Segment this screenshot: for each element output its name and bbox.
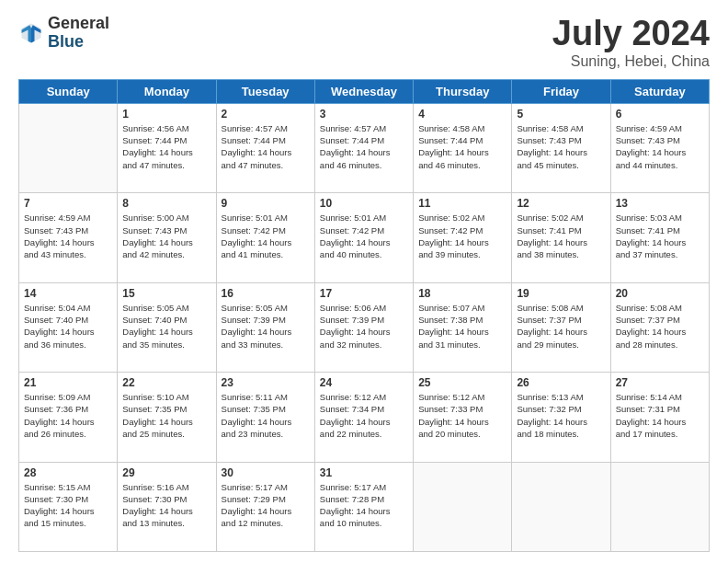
day-info: Sunrise: 5:00 AM Sunset: 7:43 PM Dayligh… [122,212,210,260]
day-info: Sunrise: 5:02 AM Sunset: 7:41 PM Dayligh… [517,212,605,260]
logo-icon [18,20,44,46]
logo-text: General Blue [48,15,109,52]
day-number: 11 [418,197,506,210]
week-row-3: 14Sunrise: 5:04 AM Sunset: 7:40 PM Dayli… [19,282,710,372]
day-number: 7 [24,197,112,210]
calendar-cell: 11Sunrise: 5:02 AM Sunset: 7:42 PM Dayli… [414,193,512,282]
header-tuesday: Tuesday [216,79,314,103]
day-number: 6 [616,108,704,121]
day-number: 3 [320,108,408,121]
header-saturday: Saturday [610,79,709,103]
header-thursday: Thursday [414,79,512,103]
day-number: 1 [122,108,210,121]
calendar-header-row: Sunday Monday Tuesday Wednesday Thursday… [19,79,710,103]
calendar-cell: 28Sunrise: 5:15 AM Sunset: 7:30 PM Dayli… [19,462,118,551]
calendar-cell: 15Sunrise: 5:05 AM Sunset: 7:40 PM Dayli… [118,282,216,372]
calendar-cell: 26Sunrise: 5:13 AM Sunset: 7:32 PM Dayli… [512,373,610,462]
calendar-cell [512,462,610,551]
calendar-cell: 19Sunrise: 5:08 AM Sunset: 7:37 PM Dayli… [512,282,610,372]
calendar-cell [19,103,118,192]
calendar-cell: 22Sunrise: 5:10 AM Sunset: 7:35 PM Dayli… [118,373,216,462]
logo: General Blue [18,15,109,52]
calendar-cell: 4Sunrise: 4:58 AM Sunset: 7:44 PM Daylig… [414,103,512,192]
calendar-cell: 31Sunrise: 5:17 AM Sunset: 7:28 PM Dayli… [314,462,413,551]
calendar-cell: 30Sunrise: 5:17 AM Sunset: 7:29 PM Dayli… [216,462,314,551]
calendar-cell: 25Sunrise: 5:12 AM Sunset: 7:33 PM Dayli… [414,373,512,462]
calendar-cell: 10Sunrise: 5:01 AM Sunset: 7:42 PM Dayli… [314,193,413,282]
header-friday: Friday [512,79,610,103]
day-number: 22 [122,376,210,389]
title-block: July 2024 Suning, Hebei, China [552,15,710,70]
day-number: 24 [320,376,408,389]
week-row-5: 28Sunrise: 5:15 AM Sunset: 7:30 PM Dayli… [19,462,710,551]
day-info: Sunrise: 5:15 AM Sunset: 7:30 PM Dayligh… [24,481,112,530]
day-info: Sunrise: 5:05 AM Sunset: 7:39 PM Dayligh… [222,302,310,350]
calendar-cell: 3Sunrise: 4:57 AM Sunset: 7:44 PM Daylig… [314,103,413,192]
day-number: 14 [24,287,112,300]
calendar-cell: 7Sunrise: 4:59 AM Sunset: 7:43 PM Daylig… [19,193,118,282]
day-number: 4 [418,108,506,121]
day-info: Sunrise: 5:04 AM Sunset: 7:40 PM Dayligh… [24,302,112,350]
day-info: Sunrise: 4:59 AM Sunset: 7:43 PM Dayligh… [616,122,704,171]
day-info: Sunrise: 5:03 AM Sunset: 7:41 PM Dayligh… [616,212,704,260]
day-number: 8 [122,197,210,210]
week-row-4: 21Sunrise: 5:09 AM Sunset: 7:36 PM Dayli… [19,373,710,462]
day-info: Sunrise: 5:02 AM Sunset: 7:42 PM Dayligh… [418,212,506,260]
day-number: 29 [122,466,210,479]
day-info: Sunrise: 5:08 AM Sunset: 7:37 PM Dayligh… [517,302,605,350]
calendar-cell: 14Sunrise: 5:04 AM Sunset: 7:40 PM Dayli… [19,282,118,372]
calendar-cell [610,462,709,551]
day-info: Sunrise: 5:17 AM Sunset: 7:28 PM Dayligh… [320,481,408,530]
page: General Blue July 2024 Suning, Hebei, Ch… [0,0,728,563]
day-number: 27 [616,376,704,389]
day-info: Sunrise: 5:14 AM Sunset: 7:31 PM Dayligh… [616,391,704,440]
logo-general: General [48,14,109,32]
header-sunday: Sunday [19,79,118,103]
day-info: Sunrise: 4:57 AM Sunset: 7:44 PM Dayligh… [320,122,408,171]
day-info: Sunrise: 5:06 AM Sunset: 7:39 PM Dayligh… [320,302,408,350]
calendar-cell: 6Sunrise: 4:59 AM Sunset: 7:43 PM Daylig… [610,103,709,192]
day-info: Sunrise: 5:08 AM Sunset: 7:37 PM Dayligh… [616,302,704,350]
day-info: Sunrise: 4:58 AM Sunset: 7:43 PM Dayligh… [517,122,605,171]
calendar-cell: 18Sunrise: 5:07 AM Sunset: 7:38 PM Dayli… [414,282,512,372]
day-number: 26 [517,376,605,389]
day-number: 16 [222,287,310,300]
day-number: 9 [222,197,310,210]
day-number: 5 [517,108,605,121]
calendar-cell: 2Sunrise: 4:57 AM Sunset: 7:44 PM Daylig… [216,103,314,192]
day-info: Sunrise: 5:09 AM Sunset: 7:36 PM Dayligh… [24,391,112,440]
day-info: Sunrise: 5:12 AM Sunset: 7:33 PM Dayligh… [418,391,506,440]
day-number: 20 [616,287,704,300]
week-row-1: 1Sunrise: 4:56 AM Sunset: 7:44 PM Daylig… [19,103,710,192]
day-info: Sunrise: 5:05 AM Sunset: 7:40 PM Dayligh… [122,302,210,350]
calendar-cell: 8Sunrise: 5:00 AM Sunset: 7:43 PM Daylig… [118,193,216,282]
calendar-cell: 21Sunrise: 5:09 AM Sunset: 7:36 PM Dayli… [19,373,118,462]
calendar-cell: 17Sunrise: 5:06 AM Sunset: 7:39 PM Dayli… [314,282,413,372]
day-number: 13 [616,197,704,210]
calendar-table: Sunday Monday Tuesday Wednesday Thursday… [18,79,710,552]
header-wednesday: Wednesday [314,79,413,103]
day-number: 17 [320,287,408,300]
day-number: 25 [418,376,506,389]
day-number: 19 [517,287,605,300]
day-number: 31 [320,466,408,479]
week-row-2: 7Sunrise: 4:59 AM Sunset: 7:43 PM Daylig… [19,193,710,282]
day-number: 21 [24,376,112,389]
day-info: Sunrise: 5:10 AM Sunset: 7:35 PM Dayligh… [122,391,210,440]
day-info: Sunrise: 5:13 AM Sunset: 7:32 PM Dayligh… [517,391,605,440]
day-info: Sunrise: 4:59 AM Sunset: 7:43 PM Dayligh… [24,212,112,260]
day-number: 12 [517,197,605,210]
calendar-cell: 9Sunrise: 5:01 AM Sunset: 7:42 PM Daylig… [216,193,314,282]
day-info: Sunrise: 4:57 AM Sunset: 7:44 PM Dayligh… [222,122,310,171]
day-number: 28 [24,466,112,479]
day-info: Sunrise: 4:56 AM Sunset: 7:44 PM Dayligh… [122,122,210,171]
day-info: Sunrise: 5:17 AM Sunset: 7:29 PM Dayligh… [222,481,310,530]
calendar-cell: 12Sunrise: 5:02 AM Sunset: 7:41 PM Dayli… [512,193,610,282]
calendar-cell: 20Sunrise: 5:08 AM Sunset: 7:37 PM Dayli… [610,282,709,372]
calendar-cell: 27Sunrise: 5:14 AM Sunset: 7:31 PM Dayli… [610,373,709,462]
day-number: 10 [320,197,408,210]
title-month: July 2024 [552,15,710,53]
calendar-cell: 13Sunrise: 5:03 AM Sunset: 7:41 PM Dayli… [610,193,709,282]
calendar-cell [414,462,512,551]
day-number: 18 [418,287,506,300]
